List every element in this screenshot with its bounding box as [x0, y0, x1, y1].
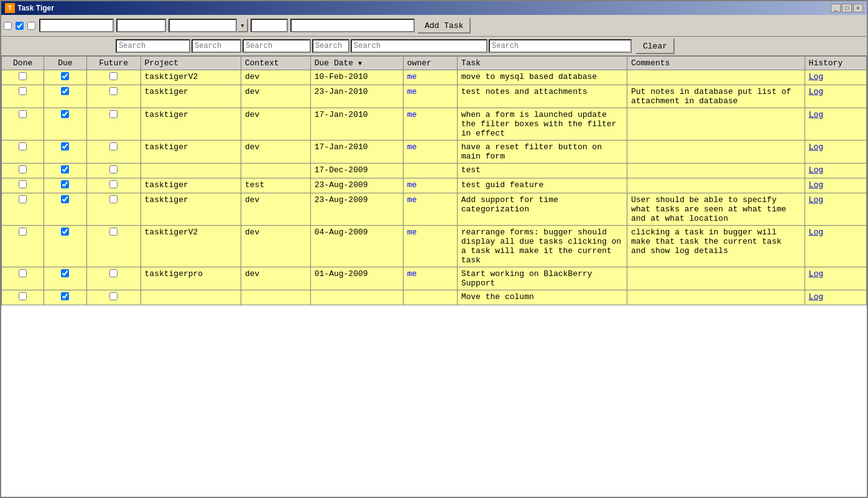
- col-header-history[interactable]: History: [805, 57, 866, 70]
- cell-task: when a form is launched update the filte…: [457, 108, 627, 141]
- col-header-future[interactable]: Future: [86, 57, 141, 70]
- due-checkbox[interactable]: [61, 142, 69, 150]
- col-header-due[interactable]: Due: [44, 57, 86, 70]
- done-checkbox[interactable]: [19, 269, 27, 277]
- cell-context: dev: [241, 267, 310, 290]
- due-checkbox[interactable]: [61, 72, 69, 80]
- cell-project: [141, 164, 241, 178]
- due-checkbox[interactable]: [61, 228, 69, 236]
- future-checkbox[interactable]: [109, 110, 118, 118]
- log-link[interactable]: Log: [809, 110, 823, 119]
- cell-done: [2, 226, 44, 267]
- future-checkbox[interactable]: [109, 228, 118, 236]
- done-checkbox[interactable]: [19, 165, 27, 173]
- log-link[interactable]: Log: [809, 228, 823, 237]
- log-link[interactable]: Log: [809, 292, 823, 302]
- duedate-sort-icon: ▼: [358, 60, 362, 67]
- col-header-owner[interactable]: owner: [403, 57, 457, 70]
- cell-comments: [627, 164, 805, 178]
- minimize-button[interactable]: _: [831, 4, 841, 12]
- context-filter-input[interactable]: [116, 19, 166, 32]
- log-link[interactable]: Log: [809, 269, 823, 279]
- cell-done: [2, 70, 44, 85]
- done-checkbox[interactable]: [19, 87, 27, 95]
- col-header-duedate[interactable]: Due Date ▼: [310, 57, 403, 70]
- future-checkbox[interactable]: [109, 142, 118, 150]
- cell-done: [2, 267, 44, 290]
- clear-button[interactable]: Clear: [635, 38, 675, 54]
- table-row: tasktigerV2dev10-Feb-2010memove to mysql…: [2, 70, 867, 85]
- due-checkbox[interactable]: [61, 165, 69, 173]
- done-filter-checkbox[interactable]: [4, 22, 12, 30]
- toolbar: 1/28/2010 ▼ Add Task: [1, 15, 867, 37]
- future-checkbox[interactable]: [109, 165, 118, 173]
- owner-filter-input[interactable]: [251, 19, 288, 32]
- cell-history: Log: [805, 267, 866, 290]
- cell-comments: [627, 178, 805, 193]
- cell-task: test: [457, 164, 627, 178]
- date-filter-container: 1/28/2010 ▼: [169, 19, 248, 32]
- cell-due: [44, 178, 86, 193]
- cell-future: [86, 85, 141, 108]
- done-checkbox[interactable]: [19, 195, 27, 203]
- task-filter-input[interactable]: [290, 19, 415, 32]
- date-filter-input[interactable]: 1/28/2010: [169, 19, 237, 32]
- cell-owner: me: [403, 141, 457, 164]
- due-filter-checkbox[interactable]: [16, 22, 24, 30]
- maximize-button[interactable]: □: [842, 4, 852, 12]
- done-checkbox[interactable]: [19, 180, 27, 188]
- duedate-search-input[interactable]: [242, 39, 311, 53]
- future-filter-checkbox[interactable]: [27, 22, 35, 30]
- project-search-input[interactable]: [116, 39, 190, 53]
- due-checkbox[interactable]: [61, 110, 69, 118]
- cell-history: Log: [805, 141, 866, 164]
- add-task-button[interactable]: Add Task: [417, 17, 471, 34]
- log-link[interactable]: Log: [809, 72, 823, 81]
- cell-comments: [627, 108, 805, 141]
- col-header-project[interactable]: Project: [141, 57, 241, 70]
- window-controls: _ □ ×: [831, 4, 863, 12]
- future-checkbox[interactable]: [109, 87, 118, 95]
- task-search-input[interactable]: [351, 39, 487, 53]
- project-filter-input[interactable]: [39, 19, 114, 32]
- due-checkbox[interactable]: [61, 195, 69, 203]
- log-link[interactable]: Log: [809, 195, 823, 205]
- cell-comments: [627, 267, 805, 290]
- date-dropdown-button[interactable]: ▼: [237, 19, 248, 32]
- future-checkbox[interactable]: [109, 72, 118, 80]
- due-checkbox[interactable]: [61, 87, 69, 95]
- done-checkbox[interactable]: [19, 292, 27, 300]
- done-checkbox[interactable]: [19, 228, 27, 236]
- context-search-input[interactable]: [192, 39, 241, 53]
- log-link[interactable]: Log: [809, 142, 823, 152]
- log-link[interactable]: Log: [809, 165, 823, 175]
- cell-context: dev: [241, 70, 310, 85]
- cell-future: [86, 267, 141, 290]
- future-checkbox[interactable]: [109, 180, 118, 188]
- col-header-task[interactable]: Task: [457, 57, 627, 70]
- comments-search-input[interactable]: [489, 39, 632, 53]
- log-link[interactable]: Log: [809, 87, 823, 96]
- task-table-container[interactable]: Done Due Future Project Context Due Date…: [1, 56, 867, 497]
- close-button[interactable]: ×: [853, 4, 863, 12]
- col-header-context[interactable]: Context: [241, 57, 310, 70]
- owner-search-input[interactable]: [312, 39, 349, 53]
- table-header-row: Done Due Future Project Context Due Date…: [2, 57, 867, 70]
- future-checkbox[interactable]: [109, 195, 118, 203]
- future-checkbox[interactable]: [109, 292, 118, 300]
- done-checkbox[interactable]: [19, 72, 27, 80]
- col-header-done[interactable]: Done: [2, 57, 44, 70]
- future-checkbox[interactable]: [109, 269, 118, 277]
- cell-owner: me: [403, 267, 457, 290]
- log-link[interactable]: Log: [809, 180, 823, 190]
- cell-done: [2, 164, 44, 178]
- due-checkbox[interactable]: [61, 292, 69, 300]
- cell-duedate: 10-Feb-2010: [310, 70, 403, 85]
- cell-owner: [403, 164, 457, 178]
- due-checkbox[interactable]: [61, 180, 69, 188]
- done-checkbox[interactable]: [19, 110, 27, 118]
- cell-due: [44, 193, 86, 226]
- done-checkbox[interactable]: [19, 142, 27, 150]
- col-header-comments[interactable]: Comments: [627, 57, 805, 70]
- due-checkbox[interactable]: [61, 269, 69, 277]
